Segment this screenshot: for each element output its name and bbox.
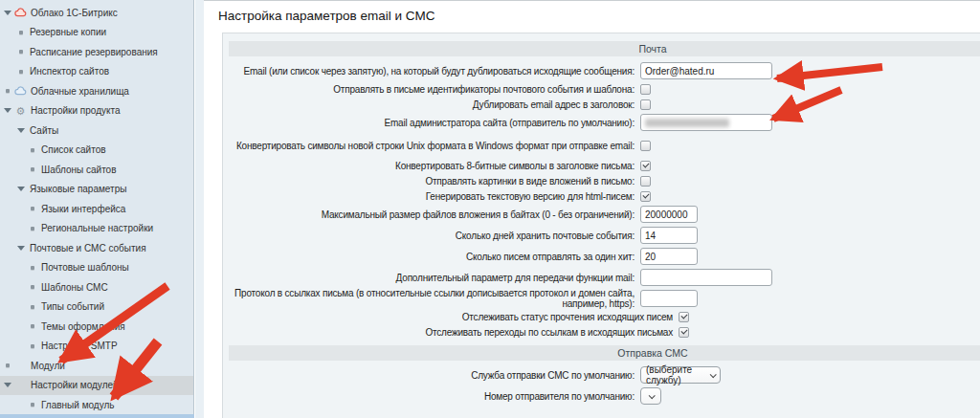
chevron-down-icon[interactable] <box>17 246 25 251</box>
text-input[interactable] <box>640 290 698 307</box>
input-value: Order@hated.ru <box>645 66 714 77</box>
form-row: Email (или список через запятую), на кот… <box>223 62 980 79</box>
sidebar-item-label: Почтовые и СМС события <box>30 243 146 253</box>
form-row: Отправлять картинки в виде вложений в пи… <box>223 175 980 187</box>
sidebar-item-label: Шаблоны СМС <box>41 282 108 293</box>
field-label: Отправлять в письме идентификаторы почто… <box>227 84 635 95</box>
checkbox[interactable] <box>640 161 651 171</box>
sidebar-item-label: Почтовые шаблоны <box>41 262 129 273</box>
checkbox[interactable] <box>640 84 651 95</box>
admin-email-input[interactable] <box>640 114 772 131</box>
sidebar-item[interactable]: Типы событий <box>0 297 193 318</box>
sidebar-item[interactable]: Главный модуль <box>0 395 193 415</box>
checkbox[interactable] <box>640 191 651 202</box>
text-input[interactable]: 20 <box>640 248 698 265</box>
field-control <box>640 387 661 405</box>
sidebar-item[interactable]: ⚙Настройки продукта <box>0 101 193 121</box>
checkbox[interactable] <box>679 312 689 322</box>
chevron-down-icon[interactable] <box>4 383 11 387</box>
sidebar-item[interactable]: Настройки SMTP <box>0 337 193 357</box>
sidebar-item[interactable]: Сайты <box>0 121 193 141</box>
field-control: 20000000 <box>640 206 698 223</box>
field-control <box>679 312 689 322</box>
sidebar-item-label: Резервные копии <box>30 27 106 37</box>
sidebar-item-label: Главный модуль <box>41 400 115 410</box>
checkbox[interactable] <box>640 176 651 187</box>
field-label: Отслеживать переходы по ссылкам в исходя… <box>265 327 673 338</box>
field-label: Конвертировать 8-битные символы в заголо… <box>227 161 635 171</box>
field-label: Сколько дней хранить почтовые события: <box>227 231 635 241</box>
sidebar-item[interactable]: Облако 1С-Битрикс <box>0 3 193 23</box>
form-row: Отслеживать статус прочтения исходящих п… <box>223 311 980 322</box>
sidebar-item[interactable]: Почтовые и СМС события <box>0 238 193 258</box>
field-control: 20 <box>640 248 698 265</box>
checkbox[interactable] <box>679 327 689 338</box>
cloud-blue-icon <box>13 86 28 96</box>
field-label: Протокол в ссылках письма (в относительн… <box>227 288 635 309</box>
bullet-icon <box>27 167 38 171</box>
sidebar-item[interactable]: Шаблоны СМС <box>0 277 193 297</box>
field-control <box>640 114 772 131</box>
select-dropdown[interactable] <box>640 387 661 405</box>
field-label: Дублировать email адрес в заголовок: <box>227 99 635 110</box>
sidebar-item[interactable]: Резервные копии <box>0 23 193 43</box>
sidebar-item[interactable]: Настройки модулей <box>0 376 193 396</box>
sidebar-item-label: Инспектор сайтов <box>30 66 109 77</box>
chevron-down-icon[interactable] <box>4 11 11 15</box>
form-row: Email администратора сайта (отправитель … <box>223 114 980 131</box>
bullet-icon <box>27 227 38 231</box>
sidebar-item[interactable]: Языковые параметры <box>0 180 193 200</box>
text-input[interactable] <box>640 269 772 286</box>
redacted-value <box>645 119 729 127</box>
sidebar-item[interactable]: Расписание резервирования <box>0 42 193 62</box>
bullet-icon <box>15 31 27 34</box>
section-header-label: Отправка СМС <box>617 347 687 359</box>
bullet-icon <box>27 207 38 210</box>
sidebar-item[interactable]: Модули <box>0 356 193 376</box>
sidebar-item-label: Языки интерфейса <box>41 204 125 214</box>
sidebar-partial-row-highlight <box>0 414 194 418</box>
page-title: Настройка параметров email и СМС <box>204 1 980 23</box>
field-label: Отправлять картинки в виде вложений в пи… <box>227 176 635 187</box>
sidebar-item[interactable]: Региональные настройки <box>0 219 193 239</box>
field-label: Email администратора сайта (отправитель … <box>227 118 635 128</box>
sidebar-item[interactable]: Языки интерфейса <box>0 199 193 219</box>
checkbox[interactable] <box>640 141 651 151</box>
section-header-label: Почта <box>638 43 666 55</box>
form-row: Отслеживать переходы по ссылкам в исходя… <box>223 326 980 338</box>
form-row: Отправлять в письме идентификаторы почто… <box>223 83 980 95</box>
chevron-down-icon <box>648 392 655 399</box>
chevron-down-icon[interactable] <box>17 187 25 191</box>
input-value: 20000000 <box>645 209 688 220</box>
main-content: Настройка параметров email и СМС ПочтаEm… <box>204 0 980 418</box>
text-input[interactable]: Order@hated.ru <box>640 62 772 79</box>
text-input[interactable]: 20000000 <box>640 206 698 223</box>
sidebar-item[interactable]: Почтовые шаблоны <box>0 258 193 278</box>
section-header: Почта <box>229 41 980 56</box>
field-label: Дополнительный параметр для передачи фун… <box>227 273 635 283</box>
sidebar-item[interactable]: Облачные хранилища <box>0 81 193 101</box>
chevron-down-icon[interactable] <box>4 108 11 113</box>
sidebar-item-label: Облачные хранилища <box>31 86 129 97</box>
select-dropdown[interactable]: (выберите службу) <box>640 366 721 384</box>
chevron-down-icon[interactable] <box>17 128 25 133</box>
bullet-icon <box>15 50 27 54</box>
field-control: (выберите службу) <box>640 366 721 384</box>
sidebar-item-label: Региональные настройки <box>41 223 153 233</box>
input-value: 20 <box>645 252 656 262</box>
form-row: Сколько писем отправлять за один хит:20 <box>223 248 980 265</box>
sidebar-item[interactable]: Список сайтов <box>0 141 193 161</box>
sidebar-item-label: Облако 1С-Битрикс <box>31 8 118 18</box>
gear-icon: ⚙ <box>13 106 28 116</box>
sidebar-item[interactable]: Шаблоны сайтов <box>0 160 193 180</box>
field-control <box>640 99 651 110</box>
field-label: Конвертировать символы новой строки Unix… <box>227 141 635 151</box>
form-row: Сколько дней хранить почтовые события:14 <box>223 227 980 244</box>
checkbox[interactable] <box>640 99 651 110</box>
bullet-icon <box>2 89 13 93</box>
text-input[interactable]: 14 <box>640 227 698 244</box>
form-row: Дублировать email адрес в заголовок: <box>223 99 980 110</box>
sidebar-item[interactable]: Инспектор сайтов <box>0 62 193 82</box>
form-row: Номер отправителя по умолчанию: <box>223 387 980 405</box>
sidebar-item[interactable]: Темы оформления <box>0 317 193 337</box>
